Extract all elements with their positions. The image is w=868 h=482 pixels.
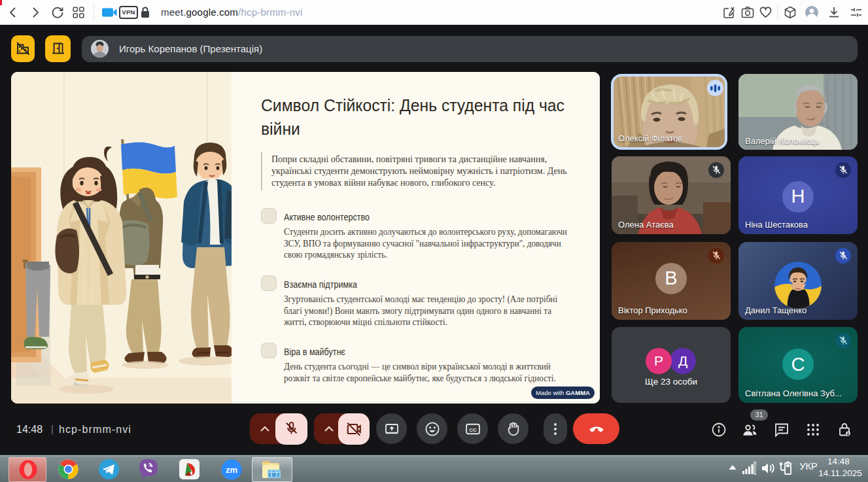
svg-text:CC: CC (469, 426, 477, 432)
svg-text:zm: zm (226, 465, 237, 475)
